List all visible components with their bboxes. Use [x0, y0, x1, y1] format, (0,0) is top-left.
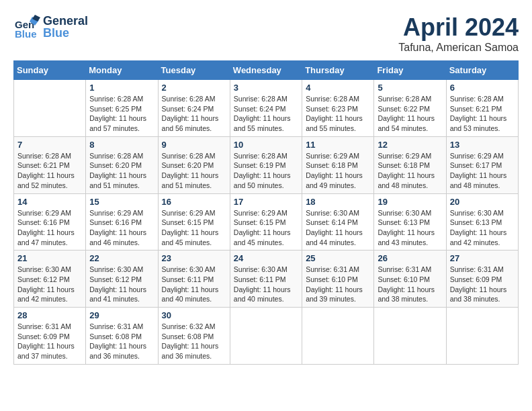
day-number: 2 [162, 83, 226, 93]
weekday-header-thursday: Thursday [302, 61, 374, 80]
day-number: 20 [450, 197, 515, 207]
calendar-week-row: 1Sunrise: 6:28 AM Sunset: 6:25 PM Daylig… [14, 80, 519, 137]
day-info: Sunrise: 6:31 AM Sunset: 6:08 PM Dayligh… [89, 322, 154, 361]
calendar-cell: 26Sunrise: 6:31 AM Sunset: 6:10 PM Dayli… [374, 250, 446, 308]
calendar-cell [446, 308, 518, 365]
day-info: Sunrise: 6:28 AM Sunset: 6:19 PM Dayligh… [234, 151, 298, 191]
day-info: Sunrise: 6:28 AM Sunset: 6:20 PM Dayligh… [89, 151, 154, 191]
calendar-cell: 1Sunrise: 6:28 AM Sunset: 6:25 PM Daylig… [86, 80, 158, 137]
day-number: 18 [306, 197, 370, 207]
calendar-cell: 28Sunrise: 6:31 AM Sunset: 6:09 PM Dayli… [14, 308, 86, 365]
weekday-header-friday: Friday [374, 61, 446, 80]
day-info: Sunrise: 6:29 AM Sunset: 6:18 PM Dayligh… [378, 151, 442, 191]
day-info: Sunrise: 6:30 AM Sunset: 6:12 PM Dayligh… [17, 265, 82, 304]
calendar-cell: 23Sunrise: 6:30 AM Sunset: 6:11 PM Dayli… [158, 250, 230, 308]
weekday-header-sunday: Sunday [14, 61, 86, 80]
day-info: Sunrise: 6:28 AM Sunset: 6:21 PM Dayligh… [17, 151, 82, 191]
calendar-cell: 10Sunrise: 6:28 AM Sunset: 6:19 PM Dayli… [230, 136, 302, 193]
logo-text: General Blue [43, 15, 88, 39]
weekday-header-monday: Monday [86, 61, 158, 80]
day-info: Sunrise: 6:31 AM Sunset: 6:10 PM Dayligh… [378, 265, 442, 304]
logo: Gen Blue General Blue [13, 13, 88, 40]
calendar-cell: 17Sunrise: 6:29 AM Sunset: 6:15 PM Dayli… [230, 193, 302, 250]
day-number: 23 [162, 253, 226, 263]
day-info: Sunrise: 6:28 AM Sunset: 6:23 PM Dayligh… [306, 94, 370, 134]
day-info: Sunrise: 6:30 AM Sunset: 6:12 PM Dayligh… [89, 265, 154, 304]
calendar-cell: 9Sunrise: 6:28 AM Sunset: 6:20 PM Daylig… [158, 136, 230, 193]
day-number: 4 [306, 83, 370, 93]
day-number: 5 [378, 83, 442, 93]
day-info: Sunrise: 6:28 AM Sunset: 6:24 PM Dayligh… [162, 94, 226, 134]
day-info: Sunrise: 6:29 AM Sunset: 6:15 PM Dayligh… [234, 208, 298, 248]
calendar-cell: 18Sunrise: 6:30 AM Sunset: 6:14 PM Dayli… [302, 193, 374, 250]
day-info: Sunrise: 6:30 AM Sunset: 6:11 PM Dayligh… [162, 265, 226, 304]
day-info: Sunrise: 6:29 AM Sunset: 6:17 PM Dayligh… [450, 151, 515, 191]
calendar-cell: 15Sunrise: 6:29 AM Sunset: 6:16 PM Dayli… [86, 193, 158, 250]
calendar-cell [14, 80, 86, 137]
day-number: 11 [306, 140, 370, 150]
svg-text:Blue: Blue [15, 28, 37, 40]
calendar-cell: 22Sunrise: 6:30 AM Sunset: 6:12 PM Dayli… [86, 250, 158, 308]
day-info: Sunrise: 6:29 AM Sunset: 6:16 PM Dayligh… [89, 208, 154, 248]
day-number: 7 [17, 140, 82, 150]
day-number: 29 [89, 310, 154, 320]
location-title: Tafuna, American Samoa [398, 42, 519, 54]
day-info: Sunrise: 6:32 AM Sunset: 6:08 PM Dayligh… [162, 322, 226, 361]
day-info: Sunrise: 6:30 AM Sunset: 6:13 PM Dayligh… [378, 208, 442, 248]
day-number: 6 [450, 83, 515, 93]
day-info: Sunrise: 6:31 AM Sunset: 6:09 PM Dayligh… [450, 265, 515, 304]
calendar-cell: 8Sunrise: 6:28 AM Sunset: 6:20 PM Daylig… [86, 136, 158, 193]
calendar-cell: 6Sunrise: 6:28 AM Sunset: 6:21 PM Daylig… [446, 80, 518, 137]
calendar-cell: 5Sunrise: 6:28 AM Sunset: 6:22 PM Daylig… [374, 80, 446, 137]
day-number: 1 [89, 83, 154, 93]
calendar-cell: 2Sunrise: 6:28 AM Sunset: 6:24 PM Daylig… [158, 80, 230, 137]
day-number: 12 [378, 140, 442, 150]
title-block: April 2024 Tafuna, American Samoa [398, 13, 519, 54]
calendar-cell: 4Sunrise: 6:28 AM Sunset: 6:23 PM Daylig… [302, 80, 374, 137]
calendar-cell: 25Sunrise: 6:31 AM Sunset: 6:10 PM Dayli… [302, 250, 374, 308]
calendar-cell: 14Sunrise: 6:29 AM Sunset: 6:16 PM Dayli… [14, 193, 86, 250]
day-number: 13 [450, 140, 515, 150]
day-info: Sunrise: 6:30 AM Sunset: 6:14 PM Dayligh… [306, 208, 370, 248]
calendar-table: SundayMondayTuesdayWednesdayThursdayFrid… [13, 60, 519, 365]
calendar-week-row: 7Sunrise: 6:28 AM Sunset: 6:21 PM Daylig… [14, 136, 519, 193]
calendar-cell: 11Sunrise: 6:29 AM Sunset: 6:18 PM Dayli… [302, 136, 374, 193]
logo-blue-text: Blue [43, 27, 88, 39]
day-info: Sunrise: 6:30 AM Sunset: 6:11 PM Dayligh… [234, 265, 298, 304]
day-info: Sunrise: 6:30 AM Sunset: 6:13 PM Dayligh… [450, 208, 515, 248]
day-info: Sunrise: 6:29 AM Sunset: 6:15 PM Dayligh… [162, 208, 226, 248]
day-info: Sunrise: 6:31 AM Sunset: 6:09 PM Dayligh… [17, 322, 82, 361]
day-number: 26 [378, 253, 442, 263]
day-info: Sunrise: 6:28 AM Sunset: 6:22 PM Dayligh… [378, 94, 442, 134]
day-info: Sunrise: 6:31 AM Sunset: 6:10 PM Dayligh… [306, 265, 370, 304]
calendar-cell: 16Sunrise: 6:29 AM Sunset: 6:15 PM Dayli… [158, 193, 230, 250]
weekday-header-saturday: Saturday [446, 61, 518, 80]
calendar-cell: 29Sunrise: 6:31 AM Sunset: 6:08 PM Dayli… [86, 308, 158, 365]
day-number: 25 [306, 253, 370, 263]
calendar-cell: 20Sunrise: 6:30 AM Sunset: 6:13 PM Dayli… [446, 193, 518, 250]
calendar-cell: 7Sunrise: 6:28 AM Sunset: 6:21 PM Daylig… [14, 136, 86, 193]
day-number: 21 [17, 253, 82, 263]
day-number: 3 [234, 83, 298, 93]
day-number: 30 [162, 310, 226, 320]
calendar-week-row: 21Sunrise: 6:30 AM Sunset: 6:12 PM Dayli… [14, 250, 519, 308]
day-info: Sunrise: 6:28 AM Sunset: 6:20 PM Dayligh… [162, 151, 226, 191]
weekday-header-tuesday: Tuesday [158, 61, 230, 80]
logo-general-text: General [43, 15, 88, 27]
day-number: 16 [162, 197, 226, 207]
day-info: Sunrise: 6:28 AM Sunset: 6:25 PM Dayligh… [89, 94, 154, 134]
day-number: 17 [234, 197, 298, 207]
day-info: Sunrise: 6:29 AM Sunset: 6:18 PM Dayligh… [306, 151, 370, 191]
calendar-cell: 13Sunrise: 6:29 AM Sunset: 6:17 PM Dayli… [446, 136, 518, 193]
calendar-cell: 24Sunrise: 6:30 AM Sunset: 6:11 PM Dayli… [230, 250, 302, 308]
month-title: April 2024 [398, 13, 519, 42]
day-number: 14 [17, 197, 82, 207]
day-number: 8 [89, 140, 154, 150]
calendar-cell: 27Sunrise: 6:31 AM Sunset: 6:09 PM Dayli… [446, 250, 518, 308]
calendar-week-row: 28Sunrise: 6:31 AM Sunset: 6:09 PM Dayli… [14, 308, 519, 365]
calendar-cell [230, 308, 302, 365]
calendar-week-row: 14Sunrise: 6:29 AM Sunset: 6:16 PM Dayli… [14, 193, 519, 250]
calendar-cell: 30Sunrise: 6:32 AM Sunset: 6:08 PM Dayli… [158, 308, 230, 365]
day-info: Sunrise: 6:28 AM Sunset: 6:21 PM Dayligh… [450, 94, 515, 134]
day-number: 19 [378, 197, 442, 207]
